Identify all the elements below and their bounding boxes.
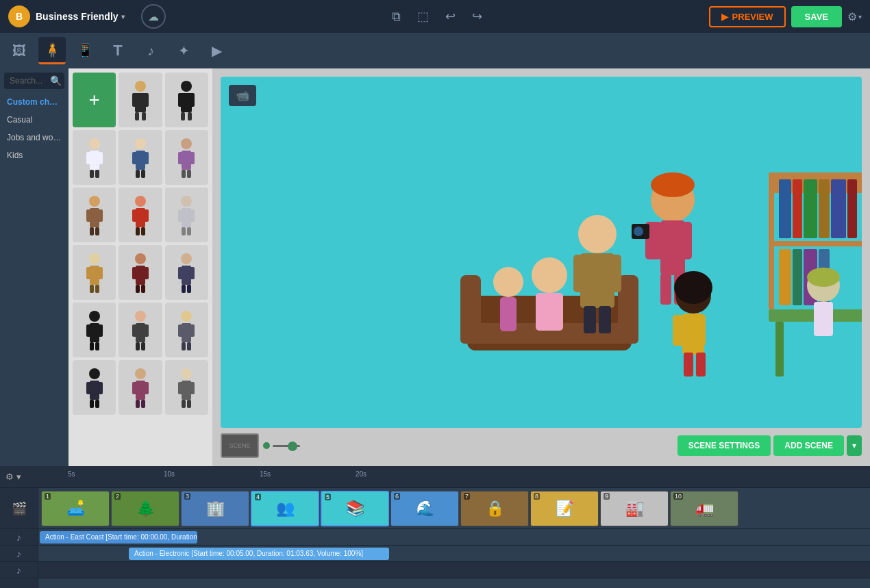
svg-rect-151 bbox=[814, 302, 833, 336]
copy-button[interactable]: ⧉ bbox=[389, 7, 403, 27]
scene-canvas[interactable]: 📹 bbox=[221, 77, 862, 428]
settings-button[interactable]: ⚙ ▾ bbox=[847, 10, 862, 23]
character-figure bbox=[119, 245, 162, 300]
list-item[interactable] bbox=[119, 188, 162, 242]
svg-rect-56 bbox=[132, 267, 137, 279]
svg-point-30 bbox=[89, 196, 100, 207]
search-icon[interactable]: 🔍 bbox=[50, 75, 62, 86]
svg-rect-75 bbox=[144, 324, 149, 337]
svg-rect-93 bbox=[144, 382, 149, 394]
svg-point-48 bbox=[89, 253, 100, 264]
list-item[interactable] bbox=[165, 245, 208, 300]
top-bar: B Business Friendly ▾ ☁ ⧉ ⬚ ↩ ↪ ▶ PREVIE… bbox=[0, 0, 870, 33]
toolbar-device[interactable]: 📱 bbox=[71, 37, 99, 64]
character-figure bbox=[119, 130, 162, 185]
list-item[interactable] bbox=[119, 360, 162, 415]
svg-rect-83 bbox=[187, 342, 191, 350]
list-item[interactable] bbox=[73, 130, 116, 185]
scene-thumb-8[interactable]: 8 📝 bbox=[530, 491, 599, 526]
svg-rect-143 bbox=[793, 249, 802, 305]
scene-thumb-10[interactable]: 10 🚛 bbox=[670, 491, 738, 526]
svg-rect-47 bbox=[187, 227, 191, 235]
scene-thumb-4[interactable]: 4 👥 bbox=[251, 491, 319, 526]
scene-thumb-9[interactable]: 9 🏭 bbox=[600, 491, 669, 526]
list-item[interactable] bbox=[73, 360, 116, 415]
scene-settings-button[interactable]: SCENE SETTINGS bbox=[678, 435, 771, 456]
cloud-upload-icon[interactable]: ☁ bbox=[141, 4, 166, 29]
scene-preview-6: 🌊 bbox=[391, 491, 458, 526]
svg-rect-32 bbox=[86, 209, 91, 222]
video-track-icon: 🎬 bbox=[12, 501, 27, 516]
redo-button[interactable]: ↪ bbox=[469, 6, 485, 27]
character-panel: + bbox=[69, 68, 212, 466]
scene-thumb-2[interactable]: 2 🌲 bbox=[111, 491, 179, 526]
scene-thumb-1[interactable]: 1 🛋️ bbox=[41, 491, 110, 526]
svg-rect-2 bbox=[132, 93, 138, 107]
sidebar-item-casual[interactable]: Casual bbox=[0, 111, 69, 129]
svg-rect-129 bbox=[693, 315, 706, 346]
scene-thumb-3[interactable]: 3 🏢 bbox=[181, 491, 249, 526]
zoom-slider-container bbox=[263, 442, 300, 449]
list-item[interactable] bbox=[73, 188, 116, 242]
project-name[interactable]: Business Friendly ▾ bbox=[36, 11, 125, 22]
list-item[interactable] bbox=[165, 360, 208, 415]
scene-thumb-5[interactable]: 5 📚 bbox=[321, 491, 389, 526]
svg-rect-128 bbox=[673, 315, 685, 346]
character-figure bbox=[165, 245, 208, 300]
scene-num-2: 2 bbox=[114, 493, 121, 500]
scene-thumbnail-small[interactable]: SCENE bbox=[221, 433, 259, 458]
toolbar-image[interactable]: 🖼 bbox=[5, 37, 33, 64]
svg-rect-98 bbox=[178, 382, 183, 394]
add-scene-button[interactable]: ADD SCENE bbox=[773, 435, 844, 456]
svg-rect-64 bbox=[182, 285, 186, 293]
audio-track-2[interactable]: Action - Electronic [Start time: 00:05.0… bbox=[129, 548, 389, 560]
toolbar-music[interactable]: ♪ bbox=[137, 37, 164, 64]
svg-point-96 bbox=[181, 368, 192, 379]
sidebar-item-kids[interactable]: Kids bbox=[0, 146, 69, 164]
search-input[interactable] bbox=[10, 76, 47, 86]
toolbar-effects[interactable]: ✦ bbox=[170, 37, 197, 64]
character-group-library bbox=[769, 172, 862, 405]
svg-point-122 bbox=[634, 227, 643, 236]
svg-point-0 bbox=[135, 81, 146, 92]
list-item[interactable] bbox=[119, 303, 162, 357]
toolbar-text[interactable]: T bbox=[104, 37, 132, 64]
save-button[interactable]: SAVE bbox=[791, 6, 842, 27]
zoom-minus[interactable] bbox=[263, 442, 270, 449]
timeline-settings-button[interactable]: ⚙ ▾ bbox=[5, 472, 21, 482]
list-item[interactable] bbox=[73, 303, 116, 357]
add-character-button[interactable]: + bbox=[73, 73, 116, 127]
add-scene-dropdown-button[interactable]: ▾ bbox=[847, 435, 862, 456]
scene-thumb-6[interactable]: 6 🌊 bbox=[390, 491, 459, 526]
scene-num-1: 1 bbox=[45, 493, 51, 500]
svg-rect-139 bbox=[819, 179, 830, 238]
audio-track-1[interactable]: Action - East Coast [Start time: 00:00.0… bbox=[40, 531, 197, 544]
list-item[interactable] bbox=[73, 245, 116, 300]
character-figure bbox=[119, 360, 162, 415]
list-item[interactable] bbox=[165, 73, 208, 127]
svg-point-106 bbox=[493, 267, 523, 297]
list-item[interactable] bbox=[165, 303, 208, 357]
svg-rect-71 bbox=[95, 342, 99, 350]
paste-button[interactable]: ⬚ bbox=[414, 6, 432, 27]
list-item[interactable] bbox=[119, 130, 162, 185]
svg-rect-26 bbox=[178, 152, 183, 164]
list-item[interactable] bbox=[119, 73, 162, 127]
sidebar-item-jobs[interactable]: Jobs and wor... bbox=[0, 129, 69, 146]
preview-button[interactable]: ▶ PREVIEW bbox=[709, 6, 786, 27]
toolbar-character[interactable]: 🧍 bbox=[38, 37, 66, 64]
undo-button[interactable]: ↩ bbox=[443, 6, 458, 27]
list-item[interactable] bbox=[119, 245, 162, 300]
svg-rect-101 bbox=[187, 400, 191, 408]
sidebar-item-custom[interactable]: Custom char... bbox=[0, 93, 69, 111]
list-item[interactable] bbox=[165, 188, 208, 242]
scene-thumb-7[interactable]: 7 🔒 bbox=[460, 491, 529, 526]
scene-preview-1: 🛋️ bbox=[42, 491, 109, 526]
svg-rect-91 bbox=[136, 381, 145, 400]
svg-point-72 bbox=[135, 311, 146, 322]
zoom-handle[interactable] bbox=[288, 442, 297, 451]
list-item[interactable] bbox=[165, 130, 208, 185]
music-note-icon: ♪ bbox=[16, 532, 21, 543]
project-name-label: Business Friendly bbox=[36, 11, 119, 22]
toolbar-video[interactable]: ▶ bbox=[203, 37, 230, 64]
